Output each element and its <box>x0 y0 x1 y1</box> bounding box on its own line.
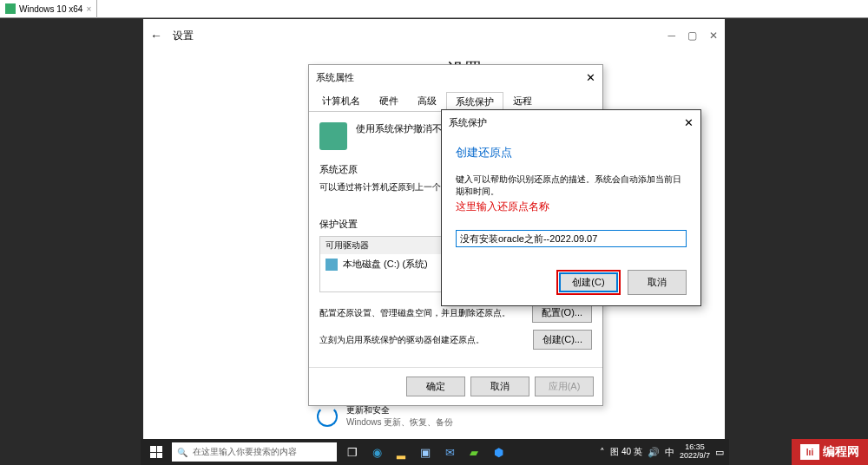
shield-icon <box>319 122 347 150</box>
watermark-text: 编程网 <box>823 444 859 460</box>
ok-button[interactable]: 确定 <box>406 377 465 396</box>
notification-icon[interactable]: ▭ <box>715 447 724 458</box>
chevron-up-icon[interactable]: ˄ <box>600 447 605 458</box>
highlight-annotation: 创建(C) <box>556 270 621 295</box>
create-button[interactable]: 创建(C) <box>559 272 618 292</box>
vm-tab[interactable]: Windows 10 x64 × <box>0 0 97 18</box>
close-icon[interactable]: ✕ <box>709 29 718 42</box>
app-icon[interactable]: ▰ <box>464 442 484 462</box>
vm-icon <box>5 3 16 14</box>
apply-button[interactable]: 应用(A) <box>535 377 594 396</box>
maximize-icon[interactable]: ▢ <box>687 29 697 42</box>
watermark: lıi 编程网 <box>792 439 868 465</box>
cancel-button[interactable]: 取消 <box>470 377 529 396</box>
dlg-title: 系统保护 <box>449 116 487 129</box>
app-icon[interactable]: ⬢ <box>488 442 509 462</box>
vm-tab-close-icon[interactable]: × <box>86 4 91 14</box>
red-annotation: 这里输入还原点名称 <box>456 200 687 214</box>
edge-icon[interactable]: ◉ <box>366 442 387 462</box>
settings-header-title: 设置 <box>173 29 194 43</box>
mail-icon[interactable]: ✉ <box>439 442 460 462</box>
store-icon[interactable]: ▣ <box>415 442 436 462</box>
search-icon: 🔍 <box>177 448 187 457</box>
system-protection-dialog: 系统保护 ✕ 创建还原点 键入可以帮助你识别还原点的描述。系统会自动添加当前日期… <box>441 109 701 306</box>
minimize-icon[interactable]: ─ <box>667 29 675 42</box>
task-view-icon[interactable]: ❐ <box>342 442 363 462</box>
tab-remote[interactable]: 远程 <box>503 91 542 111</box>
disk-icon <box>326 259 338 271</box>
sysprops-title: 系统属性 <box>316 71 354 84</box>
search-input[interactable]: 🔍 在这里输入你要搜索的内容 <box>172 442 337 462</box>
vm-tab-label: Windows 10 x64 <box>19 4 82 14</box>
settings-header: ← 设置 ─ ▢ ✕ <box>143 19 725 52</box>
start-button[interactable] <box>141 439 172 465</box>
clock[interactable]: 16:35 2022/9/7 <box>680 443 710 461</box>
explorer-icon[interactable]: ▂ <box>391 442 411 462</box>
volume-icon[interactable]: 🔊 <box>648 447 660 458</box>
update-item[interactable]: 更新和安全Windows 更新、恢复、备份 <box>317 404 453 429</box>
drive-label: 本地磁盘 (C:) (系统) <box>343 258 428 271</box>
tray-text[interactable]: 图 40 英 <box>610 446 642 458</box>
watermark-logo: lıi <box>800 444 819 460</box>
back-button[interactable]: ← <box>150 29 162 43</box>
taskbar: 🔍 在这里输入你要搜索的内容 ❐ ◉ ▂ ▣ ✉ ▰ ⬢ ˄ 图 40 英 🔊 … <box>141 439 729 465</box>
dlg-desc: 键入可以帮助你识别还原点的描述。系统会自动添加当前日期和时间。 <box>456 174 687 198</box>
tab-hardware[interactable]: 硬件 <box>370 91 408 111</box>
create-button[interactable]: 创建(C)... <box>533 330 592 350</box>
windows-icon <box>150 446 162 458</box>
create-desc: 立刻为启用系统保护的驱动器创建还原点。 <box>319 334 533 346</box>
ime-indicator[interactable]: 中 <box>665 446 674 459</box>
restore-point-name-input[interactable] <box>456 230 687 247</box>
search-placeholder: 在这里输入你要搜索的内容 <box>193 446 297 458</box>
config-desc: 配置还原设置、管理磁盘空间，并且删除还原点。 <box>319 307 532 319</box>
cancel-button[interactable]: 取消 <box>628 270 687 295</box>
tab-advanced[interactable]: 高级 <box>408 91 446 111</box>
dlg-heading: 创建还原点 <box>456 145 687 160</box>
update-icon <box>317 406 338 427</box>
close-icon[interactable]: ✕ <box>684 116 694 129</box>
close-icon[interactable]: ✕ <box>586 71 595 84</box>
vm-tab-bar: Windows 10 x64 × <box>0 0 868 18</box>
tab-computer-name[interactable]: 计算机名 <box>312 91 370 111</box>
